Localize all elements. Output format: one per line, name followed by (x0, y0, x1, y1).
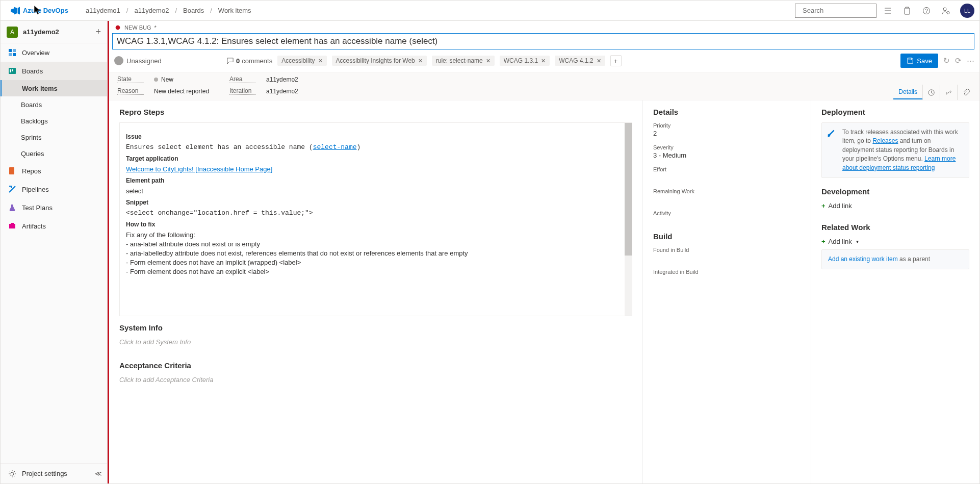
project-row[interactable]: A a11ydemo2 + (1, 21, 107, 43)
tag-remove-icon[interactable]: ✕ (486, 58, 491, 64)
filter-icon[interactable] (883, 6, 893, 16)
nav-backlogs[interactable]: Backlogs (1, 113, 107, 129)
iteration-label: Iteration (229, 87, 256, 95)
nav-work-items[interactable]: Work items (1, 80, 107, 96)
priority-field[interactable]: Priority2 (653, 122, 801, 137)
bug-icon (114, 24, 121, 31)
nav-pipelines[interactable]: Pipelines (1, 180, 107, 198)
item-type-row: NEW BUG* (109, 21, 979, 31)
state-label: State (117, 75, 144, 83)
add-existing-link[interactable]: Add an existing work item (828, 256, 898, 263)
collapse-sidebar-icon[interactable]: ≪ (90, 470, 107, 477)
tag[interactable]: WCAG 1.3.1✕ (500, 56, 550, 66)
gear-icon (8, 470, 16, 478)
effort-field[interactable]: Effort (653, 166, 801, 181)
azure-devops-logo[interactable]: Azure DevOps (6, 6, 73, 15)
project-badge: A (7, 27, 18, 38)
area-label: Area (229, 75, 256, 83)
help-icon[interactable]: ? (921, 6, 932, 16)
market-icon[interactable] (902, 6, 912, 16)
tag[interactable]: WCAG 4.1.2✕ (555, 56, 605, 66)
tag[interactable]: Accessibility Insights for Web✕ (332, 56, 427, 66)
breadcrumb-item[interactable]: Work items (216, 6, 253, 15)
links-icon[interactable] (940, 85, 957, 100)
ac-title: Acceptance Criteria (119, 361, 632, 370)
attachments-icon[interactable] (957, 85, 974, 100)
sidebar: A a11ydemo2 + Overview Boards Work items… (1, 21, 108, 483)
related-work-hint: Add an existing work item as a parent (821, 249, 969, 269)
nav-sprints[interactable]: Sprints (1, 129, 107, 145)
refresh-icon[interactable]: ⟳ (955, 56, 962, 65)
nav-artifacts[interactable]: Artifacts (1, 217, 107, 235)
rel-add-link[interactable]: +Add link▾ (821, 238, 969, 245)
add-project-button[interactable]: + (95, 27, 101, 37)
svg-rect-19 (909, 58, 912, 60)
comments-button[interactable]: 0 comments (226, 57, 272, 65)
svg-rect-15 (9, 224, 15, 228)
project-name: a11ydemo2 (23, 28, 90, 36)
user-settings-icon[interactable] (941, 6, 951, 16)
reason-label: Reason (117, 87, 144, 95)
sysinfo-title: System Info (119, 323, 632, 332)
add-tag-button[interactable]: + (610, 55, 622, 66)
remwork-field[interactable]: Remaining Work (653, 188, 801, 203)
intbuild-field[interactable]: Integrated in Build (653, 269, 801, 284)
save-button[interactable]: Save (900, 54, 938, 68)
dev-add-link[interactable]: +Add link (821, 202, 969, 210)
iteration-value[interactable]: a11ydemo2 (266, 88, 298, 95)
tag-remove-icon[interactable]: ✕ (418, 58, 423, 64)
nav-overview[interactable]: Overview (1, 43, 107, 62)
comment-icon (226, 57, 234, 65)
svg-rect-2 (905, 8, 910, 14)
svg-rect-10 (13, 53, 16, 56)
breadcrumb: a11ydemo1/ a11ydemo2/ Boards/ Work items (84, 6, 253, 15)
tag[interactable]: Accessibility✕ (277, 56, 326, 66)
repos-icon (8, 167, 16, 175)
svg-rect-8 (13, 49, 16, 52)
breadcrumb-item[interactable]: a11ydemo1 (84, 6, 122, 15)
state-value[interactable]: New (154, 76, 173, 83)
select-name-link[interactable]: select-name (313, 143, 357, 151)
tag[interactable]: rule: select-name✕ (432, 56, 495, 66)
severity-field[interactable]: Severity3 - Medium (653, 144, 801, 159)
foundinbuild-field[interactable]: Found in Build (653, 247, 801, 262)
area-value[interactable]: a11ydemo2 (266, 76, 298, 83)
save-icon (907, 57, 914, 64)
scrollbar-thumb[interactable] (625, 123, 632, 256)
breadcrumb-item[interactable]: a11ydemo2 (132, 6, 171, 15)
search-box[interactable] (795, 4, 876, 18)
nav-boards[interactable]: Boards (1, 62, 107, 80)
title-input[interactable] (112, 33, 974, 49)
breadcrumb-item[interactable]: Boards (181, 6, 206, 15)
target-app-link[interactable]: Welcome to CityLights! [Inaccessible Hom… (126, 165, 272, 173)
repro-title: Repro Steps (119, 108, 632, 116)
boards-icon (8, 67, 16, 75)
releases-link[interactable]: Releases (872, 137, 898, 144)
svg-point-17 (11, 472, 14, 475)
nav-repos[interactable]: Repos (1, 162, 107, 180)
search-input[interactable] (803, 7, 888, 14)
avatar[interactable]: LL (960, 4, 974, 18)
svg-rect-13 (12, 69, 13, 71)
reason-value[interactable]: New defect reported (154, 88, 209, 95)
repro-steps-field[interactable]: Issue Ensures select element has an acce… (119, 122, 632, 316)
tag-remove-icon[interactable]: ✕ (541, 58, 546, 64)
ac-field[interactable]: Click to add Acceptance Criteria (119, 376, 632, 384)
sysinfo-field[interactable]: Click to add System Info (119, 338, 632, 346)
test-plans-icon (8, 203, 16, 212)
assignee-picker[interactable]: Unassigned (114, 56, 221, 65)
nav-queries[interactable]: Queries (1, 145, 107, 162)
follow-icon[interactable]: ↻ (943, 56, 950, 65)
tab-details[interactable]: Details (893, 85, 922, 99)
svg-rect-12 (10, 69, 11, 72)
history-icon[interactable] (922, 85, 940, 100)
project-settings[interactable]: Project settings (1, 465, 90, 483)
nav-boards-sub[interactable]: Boards (1, 96, 107, 113)
tag-remove-icon[interactable]: ✕ (597, 58, 601, 64)
pipelines-icon (8, 185, 16, 193)
tag-remove-icon[interactable]: ✕ (318, 58, 323, 64)
details-column: Details Priority2 Severity3 - Medium Eff… (643, 100, 811, 483)
activity-field[interactable]: Activity (653, 210, 801, 225)
nav-test-plans[interactable]: Test Plans (1, 198, 107, 217)
more-actions-icon[interactable]: ⋯ (967, 56, 974, 65)
